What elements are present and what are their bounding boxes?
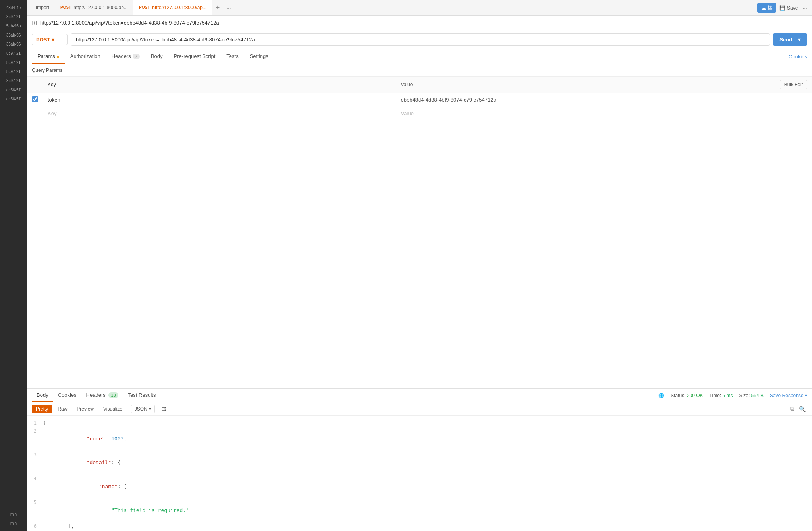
- sidebar-item-3[interactable]: 5ab-96b: [0, 21, 27, 31]
- sidebar-item-8[interactable]: 8c97-21: [0, 67, 27, 76]
- resp-search-button[interactable]: 🔍: [797, 404, 807, 414]
- sidebar-item-11[interactable]: dc56-57: [0, 95, 27, 104]
- params-table: Key Value Bulk Edit token ebbb48d4-4d38-…: [27, 76, 812, 120]
- method-select[interactable]: POST ▾: [32, 34, 68, 45]
- sidebar-item-2[interactable]: 8c97-21: [0, 12, 27, 21]
- resp-preview-button[interactable]: Preview: [73, 405, 98, 413]
- save-icon: 💾: [779, 5, 785, 11]
- tab-settings[interactable]: Settings: [244, 49, 274, 64]
- tab1-url: http://127.0.0.1:8000/ap...: [73, 5, 128, 10]
- resp-raw-button[interactable]: Raw: [54, 405, 71, 413]
- save-label: Save: [787, 5, 798, 11]
- tab-body[interactable]: Body: [145, 49, 168, 64]
- status-code: 200 OK: [687, 393, 703, 398]
- resp-tab-body[interactable]: Body: [32, 389, 53, 402]
- code-line-6: 6 ],: [27, 522, 812, 530]
- sync-button[interactable]: ☁ 拯: [757, 3, 776, 13]
- time-value: 5 ms: [723, 393, 733, 398]
- sync-icon: ☁: [761, 5, 766, 11]
- method-dropdown-icon: ▾: [52, 37, 54, 42]
- placeholder-checkbox-cell: [27, 107, 43, 120]
- resp-tab-test-results[interactable]: Test Results: [123, 389, 161, 402]
- sidebar-item-6[interactable]: 8c97-21: [0, 49, 27, 58]
- placeholder-value-cell[interactable]: Value: [396, 107, 704, 120]
- resp-tab-headers[interactable]: Headers 13: [81, 389, 123, 402]
- col-checkbox: [27, 77, 43, 93]
- size-value: 554 B: [751, 393, 764, 398]
- tab-more-button[interactable]: ···: [223, 5, 234, 11]
- sidebar-item-1[interactable]: 48d4-4e: [0, 3, 27, 12]
- resp-filter-button[interactable]: ⇶: [158, 405, 170, 413]
- resp-format-dropdown-icon: ▾: [149, 406, 151, 412]
- sync-label: 拯: [768, 4, 772, 11]
- tab2-url: http://127.0.0.1:8000/ap...: [152, 5, 206, 10]
- sidebar-item-5[interactable]: 35ab-96: [0, 40, 27, 49]
- code-line-3: 3 "detail": {: [27, 451, 812, 475]
- save-button[interactable]: 💾 Save: [779, 5, 798, 11]
- resp-copy-button[interactable]: ⧉: [789, 404, 796, 414]
- col-key-header: Key: [43, 77, 396, 93]
- code-line-1: 1 {: [27, 419, 812, 427]
- request-tabs-nav: Params Authorization Headers7 Body Pre-r…: [27, 49, 812, 64]
- sidebar-footer-1[interactable]: min: [0, 510, 27, 519]
- cookies-button[interactable]: Cookies: [789, 50, 807, 64]
- param-checkbox-cell[interactable]: [27, 93, 43, 107]
- save-response-button[interactable]: Save Response ▾: [770, 393, 807, 398]
- sidebar-item-4[interactable]: 35ab-96: [0, 31, 27, 40]
- query-params-title: Query Params: [27, 64, 812, 76]
- tab-1[interactable]: POST http://127.0.0.1:8000/ap...: [55, 0, 133, 15]
- param-checkbox[interactable]: [32, 96, 38, 102]
- params-area: Query Params Key Value Bulk Edit toke: [27, 64, 812, 388]
- sidebar-item-7[interactable]: 8c97-21: [0, 58, 27, 67]
- method-value: POST: [36, 37, 50, 42]
- tab-authorization[interactable]: Authorization: [65, 49, 106, 64]
- tab-import[interactable]: Import: [30, 0, 55, 15]
- resp-visualize-button[interactable]: Visualize: [99, 405, 126, 413]
- send-button[interactable]: Send ▾: [773, 33, 807, 46]
- add-tab-button[interactable]: +: [212, 2, 223, 14]
- main-panel: Import POST http://127.0.0.1:8000/ap... …: [27, 0, 812, 531]
- placeholder-action-cell: [703, 107, 812, 120]
- param-key-cell[interactable]: token: [43, 93, 396, 107]
- code-line-5: 5 "This field is required.": [27, 498, 812, 522]
- tab-params[interactable]: Params: [32, 49, 65, 64]
- response-section: Body Cookies Headers 13 Test Results 🌐 S…: [27, 388, 812, 531]
- resp-format-select[interactable]: JSON ▾: [131, 405, 155, 413]
- table-row: token ebbb48d4-4d38-4bf9-8074-c79fc75471…: [27, 93, 812, 107]
- resp-tab-cookies[interactable]: Cookies: [53, 389, 81, 402]
- code-line-2: 2 "code": 1003,: [27, 427, 812, 451]
- code-line-4: 4 "name": [: [27, 475, 812, 498]
- response-code-view[interactable]: 1 { 2 "code": 1003, 3 "detail": { 4: [27, 416, 812, 531]
- send-dropdown-icon[interactable]: ▾: [795, 37, 801, 42]
- url-icon: ⊞: [32, 19, 37, 27]
- tab-2[interactable]: POST http://127.0.0.1:8000/ap...: [133, 0, 212, 15]
- sidebar-item-10[interactable]: dc56-57: [0, 85, 27, 95]
- sidebar-footer-2[interactable]: min: [0, 519, 27, 528]
- resp-pretty-button[interactable]: Pretty: [32, 405, 52, 413]
- save-response-dropdown-icon: ▾: [805, 393, 807, 398]
- resp-format-value: JSON: [135, 406, 147, 412]
- top-more-button[interactable]: ···: [801, 3, 809, 13]
- url-input[interactable]: [71, 33, 770, 46]
- placeholder-key-cell[interactable]: Key: [43, 107, 396, 120]
- resp-headers-badge: 13: [108, 392, 118, 398]
- tab-bar-actions: ☁ 拯 💾 Save ···: [757, 3, 809, 13]
- table-row-placeholder: Key Value: [27, 107, 812, 120]
- col-value-header: Value: [396, 77, 704, 93]
- bulk-edit-button[interactable]: Bulk Edit: [780, 80, 807, 89]
- import-label: Import: [36, 5, 49, 10]
- tab2-method: POST: [139, 5, 150, 10]
- url-display: http://127.0.0.1:8000/api/vip/?token=ebb…: [40, 20, 807, 26]
- params-dot: [57, 56, 59, 58]
- request-row: POST ▾ Send ▾: [27, 30, 812, 49]
- sidebar-item-9[interactable]: 8c97-21: [0, 76, 27, 85]
- tab-headers[interactable]: Headers7: [106, 49, 145, 64]
- response-tabs-row: Body Cookies Headers 13 Test Results 🌐 S…: [27, 389, 812, 402]
- time-label: Time: 5 ms: [710, 393, 733, 398]
- globe-icon: 🌐: [658, 393, 664, 398]
- tab-prerequest[interactable]: Pre-request Script: [168, 49, 221, 64]
- tab-tests[interactable]: Tests: [221, 49, 244, 64]
- param-value-cell[interactable]: ebbb48d4-4d38-4bf9-8074-c79fc754712a: [396, 93, 704, 107]
- tab-bar: Import POST http://127.0.0.1:8000/ap... …: [27, 0, 812, 16]
- sidebar: 48d4-4e 8c97-21 5ab-96b 35ab-96 35ab-96 …: [0, 0, 27, 531]
